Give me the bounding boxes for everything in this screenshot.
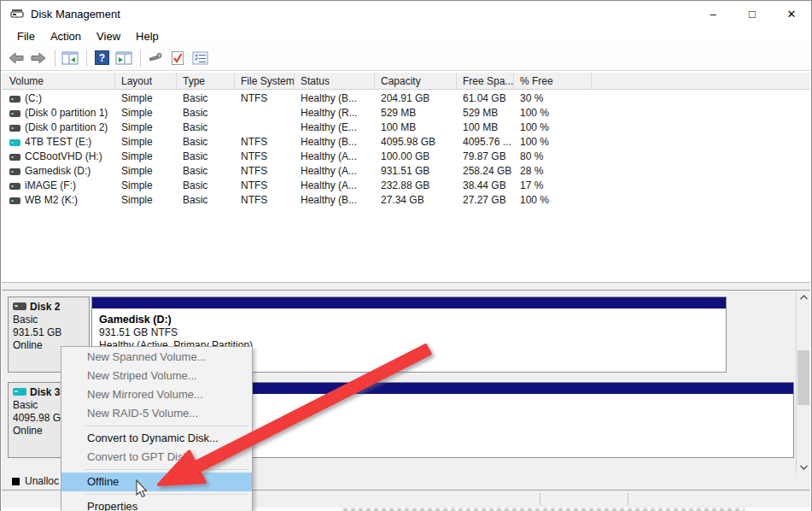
disk-name: Disk 2 [30,301,60,314]
cell-layout: Simple [115,135,177,150]
cell--free: 80 % [514,150,592,164]
disk-kind: Basic [13,314,38,326]
column-header-layout[interactable]: Layout [115,73,177,90]
cell-status: Healthy (B... [295,91,375,106]
menu-item-new-spanned-volume: New Spanned Volume... [61,348,252,367]
properties-list-icon[interactable] [190,48,210,68]
cell-status: Healthy (R... [295,106,375,120]
cell-free-spa-: 27.27 GB [457,193,514,208]
unallocated-legend-label: Unalloc [25,475,59,487]
cell-free-spa-: 258.24 GB [457,164,514,179]
column-header-status[interactable]: Status [295,73,375,90]
table-row[interactable]: 4TB TEST (E:)SimpleBasicNTFSHealthy (B..… [2,135,810,150]
action-pane-icon[interactable] [114,48,134,68]
cell-layout: Simple [115,106,177,120]
cell--free: 30 % [514,91,592,106]
minimize-button[interactable]: – [693,1,733,26]
cell-volume: (Disk 0 partition 1) [2,106,115,120]
cell--free: 100 % [514,135,592,150]
disk-management-window: Disk Management – □ ✕ FileActionViewHelp [0,0,812,511]
table-row[interactable]: Gamedisk (D:)SimpleBasicNTFSHealthy (A..… [2,164,810,179]
cell-status: Healthy (B... [295,135,375,150]
volume-table-header: VolumeLayoutTypeFile SystemStatusCapacit… [2,73,810,90]
cell-layout: Simple [115,164,177,179]
disk-size: 931.51 GB [13,326,61,338]
scrollbar-thumb[interactable] [797,350,809,405]
disk-kind: Basic [13,399,38,411]
disk-state: Online [13,425,43,437]
cell-file-system [235,120,295,135]
vertical-scrollbar[interactable] [796,291,810,474]
column-header-volume[interactable]: Volume [2,73,115,90]
column-header-file-system[interactable]: File System [235,73,295,90]
menu-view[interactable]: View [89,28,128,44]
table-row[interactable]: (Disk 0 partition 1)SimpleBasicHealthy (… [2,106,810,120]
menu-separator [85,469,248,470]
menu-help[interactable]: Help [128,28,166,44]
title-bar: Disk Management – □ ✕ [1,1,811,26]
cell-file-system [235,106,295,120]
menu-separator [85,426,248,426]
cell--free: 100 % [514,106,592,120]
maximize-button[interactable]: □ [733,1,772,26]
cell-volume: 4TB TEST (E:) [2,135,115,150]
table-row[interactable]: WB M2 (K:)SimpleBasicNTFSHealthy (B...27… [2,193,810,208]
cell-type: Basic [177,164,235,179]
table-row[interactable]: (Disk 0 partition 2)SimpleBasicHealthy (… [2,120,810,135]
disk-drive-icon [10,9,24,20]
wand-icon[interactable] [145,48,166,68]
pane-splitter[interactable] [2,282,810,290]
cell-capacity: 4095.98 GB [375,135,457,150]
cell-layout: Simple [115,179,177,193]
cell-layout: Simple [115,91,177,106]
menu-item-convert-to-dynamic-disk[interactable]: Convert to Dynamic Disk... [61,429,252,448]
column-header--free[interactable]: % Free [514,73,592,90]
disk-context-menu: New Spanned Volume...New Striped Volume.… [61,346,253,511]
cell-free-spa-: 38.44 GB [457,179,514,193]
close-button[interactable]: ✕ [772,1,811,26]
menu-item-new-striped-volume: New Striped Volume... [61,367,252,385]
unallocated-legend-swatch [12,478,20,485]
console-tree-icon[interactable] [60,48,80,68]
cell-file-system: NTFS [235,91,295,106]
cell-status: Healthy (A... [295,179,375,193]
toolbar: ? [1,45,811,71]
column-header-type[interactable]: Type [177,73,235,90]
table-row[interactable]: iMAGE (F:)SimpleBasicNTFSHealthy (A...23… [2,179,810,193]
cell-layout: Simple [115,150,177,164]
status-bar-separator [628,493,628,505]
back-icon[interactable] [6,48,26,68]
cell-volume: (C:) [2,91,115,106]
cell-type: Basic [177,179,235,193]
volume-table: (C:)SimpleBasicNTFSHealthy (B...204.91 G… [2,90,810,282]
partition-title: Gamedisk (D:) [99,314,172,326]
cell-capacity: 204.91 GB [375,91,457,106]
cell-capacity: 27.34 GB [375,193,457,208]
disk-name: Disk 3 [30,386,60,399]
table-row[interactable]: CCBootVHD (H:)SimpleBasicNTFSHealthy (A.… [2,150,810,164]
forward-icon[interactable] [28,48,49,68]
cell-volume: Gamedisk (D:) [2,164,115,179]
menu-item-convert-to-gpt-disk: Convert to GPT Disk [61,448,252,467]
cell--free: 100 % [514,193,592,208]
scroll-down-icon[interactable] [797,461,810,474]
disk-icon [13,302,26,310]
menu-action[interactable]: Action [43,28,89,44]
cell-type: Basic [177,106,235,120]
column-header-capacity[interactable]: Capacity [375,73,457,90]
cell-file-system: NTFS [235,193,295,208]
cell-capacity: 100.00 GB [375,150,457,164]
help-icon[interactable]: ? [91,48,112,68]
scroll-up-icon[interactable] [797,291,810,304]
table-row[interactable]: (C:)SimpleBasicNTFSHealthy (B...204.91 G… [2,91,810,106]
column-header-free-spa-[interactable]: Free Spa... [457,73,514,90]
menu-item-properties[interactable]: Properties [61,497,252,511]
cell-type: Basic [177,135,235,150]
menu-item-offline[interactable]: Offline [61,473,252,491]
cell-file-system: NTFS [235,179,295,193]
cell-type: Basic [177,91,235,106]
cell-volume: CCBootVHD (H:) [2,150,115,164]
menu-file[interactable]: File [9,28,43,44]
check-document-icon[interactable] [167,48,188,68]
cell-capacity: 931.51 GB [375,164,457,179]
